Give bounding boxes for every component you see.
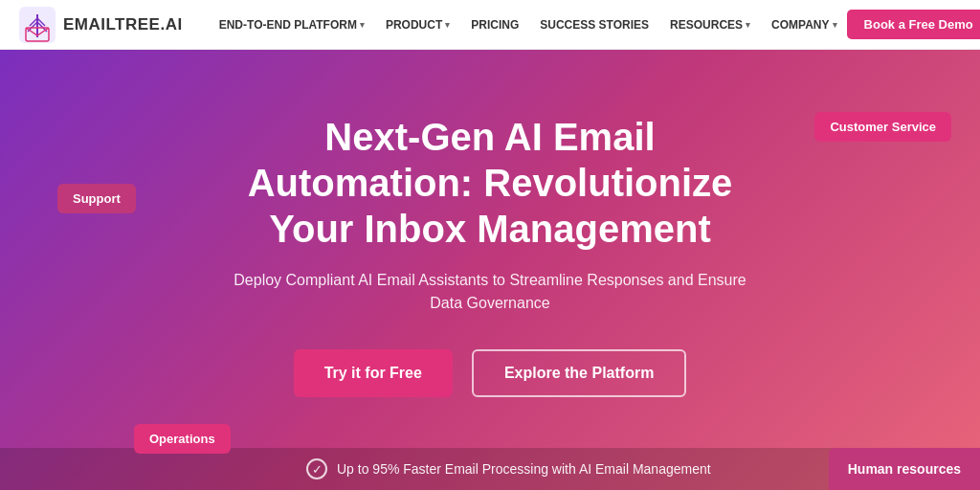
chevron-down-icon: ▾ [746, 20, 750, 30]
hero-buttons: Try it for Free Explore the Platform [222, 349, 758, 397]
chevron-down-icon: ▾ [360, 20, 365, 30]
chevron-down-icon: ▾ [445, 20, 450, 30]
hero-title: Next-Gen AI Email Automation: Revolution… [222, 114, 758, 252]
nav-right: Book a Free Demo EN ▾ [847, 10, 980, 39]
nav-item-company[interactable]: COMPANY ▾ [762, 18, 846, 32]
navbar: EMAILTREE.AI END-TO-END PLATFORM ▾ PRODU… [0, 0, 980, 50]
nav-item-pricing[interactable]: PRICING [461, 18, 528, 32]
nav-item-product[interactable]: PRODUCT ▾ [376, 18, 459, 32]
hero-subtitle: Deploy Compliant AI Email Assistants to … [222, 269, 758, 315]
try-free-button[interactable]: Try it for Free [294, 349, 453, 397]
chevron-down-icon: ▾ [833, 20, 837, 30]
badge-operations[interactable]: Operations [134, 424, 231, 454]
badge-customer-service[interactable]: Customer Service [814, 112, 951, 142]
logo-icon [19, 7, 56, 43]
nav-item-platform[interactable]: END-TO-END PLATFORM ▾ [210, 18, 374, 32]
nav-links: END-TO-END PLATFORM ▾ PRODUCT ▾ PRICING … [210, 18, 847, 32]
checkmark-icon: ✓ [306, 458, 327, 479]
hero-bottom-text: Up to 95% Faster Email Processing with A… [337, 461, 711, 477]
nav-item-success[interactable]: SUCCESS STORIES [530, 18, 658, 32]
badge-human-resources[interactable]: Human resources [829, 448, 980, 490]
logo-text: EMAILTREE.AI [63, 15, 183, 34]
nav-item-resources[interactable]: RESOURCES ▾ [660, 18, 760, 32]
badge-support[interactable]: Support [57, 184, 136, 213]
hero-content: Next-Gen AI Email Automation: Revolution… [203, 114, 777, 426]
explore-platform-button[interactable]: Explore the Platform [472, 349, 686, 397]
logo[interactable]: EMAILTREE.AI [19, 7, 183, 43]
book-demo-button[interactable]: Book a Free Demo [847, 10, 980, 39]
hero-section: Support Customer Service Next-Gen AI Ema… [0, 50, 980, 490]
